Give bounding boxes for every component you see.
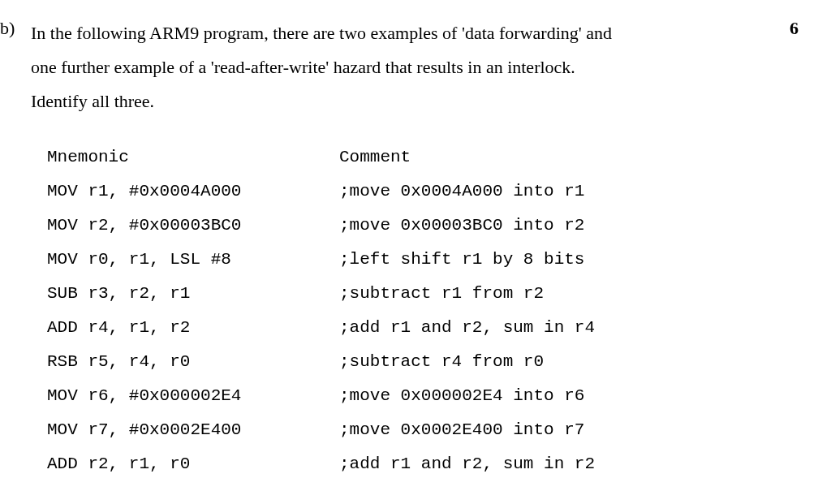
code-row: MOV r0, r1, LSL #8 ;left shift r1 by 8 b… <box>47 243 766 277</box>
comment-cell: ;move 0x0002E400 into r7 <box>339 413 766 447</box>
mnemonic-cell: ADD r2, r1, r0 <box>47 447 339 481</box>
mnemonic-cell: MOV r2, #0x00003BC0 <box>47 209 339 243</box>
comment-cell: ;move 0x000002E4 into r6 <box>339 379 766 413</box>
mnemonic-cell: SUB r3, r2, r1 <box>47 277 339 311</box>
code-header: Mnemonic Comment <box>47 140 766 174</box>
code-row: ADD r2, r1, r0 ;add r1 and r2, sum in r2 <box>47 447 766 481</box>
comment-cell: ;subtract r1 from r2 <box>339 277 766 311</box>
code-row: SUB r3, r2, r1 ;subtract r1 from r2 <box>47 277 766 311</box>
question-line-3: Identify all three. <box>31 91 154 111</box>
comment-cell: ;left shift r1 by 8 bits <box>339 243 766 277</box>
mnemonic-cell: MOV r7, #0x0002E400 <box>47 413 339 447</box>
mnemonic-cell: RSB r5, r4, r0 <box>47 345 339 379</box>
mnemonic-cell: MOV r0, r1, LSL #8 <box>47 243 339 277</box>
question-container: b) In the following ARM9 program, there … <box>0 16 799 481</box>
mnemonic-cell: ADD r4, r1, r2 <box>47 311 339 345</box>
question-line-1: In the following ARM9 program, there are… <box>31 23 612 43</box>
question-line-2: one further example of a 'read-after-wri… <box>31 57 575 77</box>
question-marks: 6 <box>766 16 799 39</box>
mnemonic-cell: MOV r1, #0x0004A000 <box>47 174 339 209</box>
mnemonic-cell: MOV r6, #0x000002E4 <box>47 379 339 413</box>
code-row: RSB r5, r4, r0 ;subtract r4 from r0 <box>47 345 766 379</box>
code-row: MOV r2, #0x00003BC0 ;move 0x00003BC0 int… <box>47 209 766 243</box>
comment-cell: ;add r1 and r2, sum in r2 <box>339 447 766 481</box>
comment-cell: ;move 0x0004A000 into r1 <box>339 174 766 209</box>
mnemonic-header: Mnemonic <box>47 140 339 174</box>
comment-cell: ;move 0x00003BC0 into r2 <box>339 209 766 243</box>
comment-cell: ;add r1 and r2, sum in r4 <box>339 311 766 345</box>
comment-cell: ;subtract r4 from r0 <box>339 345 766 379</box>
question-label: b) <box>0 16 24 39</box>
question-text: In the following ARM9 program, there are… <box>31 16 766 118</box>
code-row: MOV r6, #0x000002E4 ;move 0x000002E4 int… <box>47 379 766 413</box>
code-row: MOV r7, #0x0002E400 ;move 0x0002E400 int… <box>47 413 766 447</box>
code-row: ADD r4, r1, r2 ;add r1 and r2, sum in r4 <box>47 311 766 345</box>
code-section: Mnemonic Comment MOV r1, #0x0004A000 ;mo… <box>31 140 766 481</box>
question-content: In the following ARM9 program, there are… <box>24 16 766 481</box>
comment-header: Comment <box>339 140 766 174</box>
code-row: MOV r1, #0x0004A000 ;move 0x0004A000 int… <box>47 174 766 209</box>
